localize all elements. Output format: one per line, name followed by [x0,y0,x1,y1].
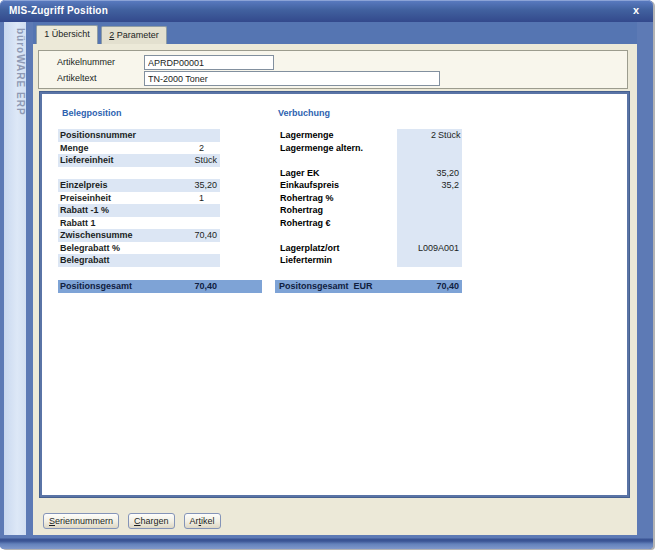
row-label: Belegrabatt [58,254,168,267]
total-label: Positionsgesamt [58,280,194,293]
tab-parameter-label: Parameter [114,30,159,40]
tab-parameter[interactable]: 2 Parameter [101,26,167,44]
verbuchung-values: 2Stück 35,20 35,2 L009A001 [397,129,462,267]
row-label: Preiseinheit [58,192,168,205]
chargen-button[interactable]: Chargen [128,513,175,529]
row-label [278,155,280,165]
content-area: 1 Übersicht 2 Parameter Artikelnummer Ar… [33,22,637,535]
total-value: 70,40 [410,280,462,293]
row-label: Zwischensumme [58,229,168,242]
row-label [58,167,168,180]
table-row [278,154,396,167]
row-value [168,242,220,255]
row-label: Belegrabatt % [58,242,168,255]
total-label: Positonsgesamt EUR [275,280,410,293]
row-value [168,204,220,217]
value-row [397,192,462,205]
row-value [397,192,462,205]
row-value: 35,20 [397,167,462,180]
row-value: L009A001 [397,242,462,255]
value-row [397,254,462,267]
brand-sidebar: büroWARE ERP [4,22,26,535]
value-row: 35,2 [397,179,462,192]
table-row: Preiseinheit1 [58,192,220,205]
mis-window: MIS-Zugriff Position x büroWARE ERP 1 Üb… [0,0,653,549]
row-value: 35,2 [397,179,462,192]
table-row [58,167,220,180]
table-row: Belegrabatt [58,254,220,267]
row-label: Einzelpreis [58,179,168,192]
value-row: 35,20 [397,167,462,180]
table-row: Einzelpreis35,20 [58,179,220,192]
row-value: 35,20 [168,179,220,192]
table-row: Einkaufspreis [278,179,396,192]
row-label: Rohertrag [278,205,323,215]
artikel-button[interactable]: Artikel [184,513,221,529]
belegposition-header: Belegposition [62,108,122,118]
close-icon[interactable]: x [633,2,639,18]
row-value [397,229,462,242]
tab-strip: 1 Übersicht 2 Parameter [33,22,637,44]
table-row: LiefereinheitStück [58,154,220,167]
row-value [168,217,220,230]
artikeltext-input[interactable] [144,71,440,86]
row-unit: Stück [438,129,462,142]
total-value: 70,40 [194,280,262,293]
row-label: Liefertermin [278,255,332,265]
table-row: Lagerplatz/ort [278,242,396,255]
row-value: 1 [168,192,220,205]
row-value [397,217,462,230]
row-value [168,167,220,180]
row-label: Positionsnummer [58,129,168,142]
row-value: 2 [397,129,438,142]
article-header-panel: Artikelnummer Artikeltext [38,50,628,89]
row-value: 2 [168,142,220,155]
artikelnummer-input[interactable] [144,55,274,70]
button-row: Seriennummern Chargen Artikel [43,513,221,529]
table-row: Lager EK [278,167,396,180]
table-row: Liefertermin [278,254,396,267]
table-row: Rohertrag [278,204,396,217]
window-title: MIS-Zugriff Position [9,0,108,22]
titlebar: MIS-Zugriff Position x [0,0,653,22]
row-label: Lagermenge [278,130,334,140]
table-row: Rohertrag % [278,192,396,205]
belegposition-grid: Positionsnummer Menge2 LiefereinheitStüc… [58,129,220,267]
table-row: Lagermenge altern. [278,142,396,155]
tab-uebersicht[interactable]: 1 Übersicht [36,25,98,44]
table-row: Rabatt -1 % [58,204,220,217]
table-row [278,229,396,242]
row-value [397,142,462,155]
value-row: L009A001 [397,242,462,255]
row-label: Liefereinheit [58,154,168,167]
table-row: Lagermenge [278,129,396,142]
positionsgesamt-row: Positionsgesamt 70,40 [58,280,262,293]
row-label: Menge [58,142,168,155]
verbuchung-labels: Lagermenge Lagermenge altern. Lager EK E… [278,129,396,267]
table-row: Belegrabatt % [58,242,220,255]
position-detail-panel: Belegposition Verbuchung Positionsnummer… [40,92,629,497]
window-bottom-frame [0,535,653,549]
table-row: Positionsnummer [58,129,220,142]
row-value [397,254,462,267]
value-row [397,154,462,167]
value-row [397,229,462,242]
row-value [168,129,220,142]
row-value: Stück [168,154,220,167]
table-row: Menge2 [58,142,220,155]
value-row [397,217,462,230]
tab-uebersicht-label: 1 Übersicht [44,29,90,39]
artikelnummer-label: Artikelnummer [57,57,115,67]
brand-label: büroWARE ERP [4,28,26,116]
row-value [397,204,462,217]
value-row: 2Stück [397,129,462,142]
row-value [397,154,462,167]
row-label: Lagerplatz/ort [278,243,340,253]
row-label: Lager EK [278,168,320,178]
row-value: 70,40 [168,229,220,242]
positonsgesamt-eur-row: Positonsgesamt EUR 70,40 [275,280,462,293]
row-label: Einkaufspreis [278,180,339,190]
row-label: Lagermenge altern. [278,143,363,153]
table-row: Rabatt 1 [58,217,220,230]
seriennummern-button[interactable]: Seriennummern [43,513,119,529]
